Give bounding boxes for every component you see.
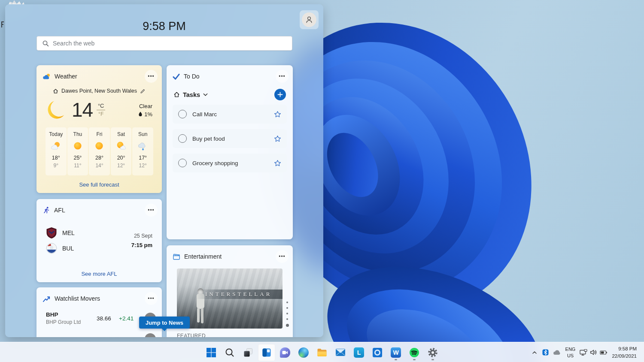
running-indicator: [431, 359, 434, 360]
task-row[interactable]: Buy pet food: [173, 129, 287, 148]
cloud-icon: [553, 350, 561, 355]
see-more-afl-link[interactable]: See more AFL: [36, 271, 162, 277]
unit-fahrenheit[interactable]: °F: [98, 111, 103, 117]
web-search-bar[interactable]: [36, 36, 292, 51]
chat-icon: [280, 347, 290, 358]
weather-more-button[interactable]: •••: [145, 70, 158, 83]
file-explorer-icon: [317, 348, 327, 357]
stock-row-wbc[interactable]: WBC: [36, 330, 162, 337]
sports-runner-icon: [43, 206, 50, 214]
entertainment-more-button[interactable]: •••: [276, 250, 289, 263]
running-indicator: [413, 359, 416, 360]
todo-title: To Do: [184, 73, 200, 80]
battery-icon: [600, 349, 608, 356]
panel-scroll-indicator[interactable]: [286, 302, 289, 331]
team-home-row: MEL: [46, 227, 75, 239]
forecast-day-fri[interactable]: Fri 28° 14°: [89, 127, 110, 175]
bluetooth-icon: [542, 349, 549, 356]
chat-button[interactable]: [276, 344, 294, 361]
see-full-forecast-link[interactable]: See full forecast: [36, 181, 162, 188]
todo-widget: To Do ••• Tasks Call Marc: [167, 65, 293, 239]
star-favorite-icon[interactable]: [274, 135, 281, 142]
clock-tray-button[interactable]: 9:58 PM 22/09/2021: [610, 345, 641, 360]
task-complete-checkbox[interactable]: [178, 110, 187, 118]
cortana-button[interactable]: [369, 344, 386, 361]
language-code: ENG: [565, 346, 576, 352]
add-task-button[interactable]: [274, 89, 286, 100]
running-indicator: [395, 359, 397, 360]
start-button[interactable]: [203, 344, 220, 361]
edge-browser-button[interactable]: [295, 344, 312, 361]
weather-icon: [43, 73, 51, 80]
cortana-icon: [372, 347, 383, 358]
widgets-panel: 9:58 PM Weather •••: [5, 4, 323, 337]
todo-more-button[interactable]: •••: [276, 70, 289, 83]
weather-location-row[interactable]: Dawes Point, New South Wales: [36, 88, 162, 94]
windows-start-icon: [206, 347, 216, 358]
task-row[interactable]: Grocery shopping: [173, 154, 287, 172]
clear-night-moon-icon: [47, 100, 67, 120]
bul-team-logo: [46, 243, 57, 254]
onedrive-tray-button[interactable]: [551, 345, 563, 360]
task-list-selector[interactable]: Tasks: [173, 91, 208, 98]
sunny-icon: [73, 141, 83, 151]
panel-clock: 9:58 PM: [5, 20, 323, 33]
chevron-down-icon: [203, 93, 208, 97]
system-tray: ENG US 9:58 PM: [529, 342, 641, 362]
current-temperature: 14: [72, 98, 93, 121]
tray-overflow-button[interactable]: [529, 345, 540, 360]
search-input[interactable]: [53, 40, 287, 47]
precipitation-droplet-icon: [138, 112, 143, 117]
clapperboard-icon: [173, 253, 180, 260]
file-explorer-button[interactable]: [313, 344, 331, 361]
network-volume-battery-group[interactable]: [577, 345, 610, 360]
afl-more-button[interactable]: •••: [145, 204, 158, 217]
video-camera-glyph: [282, 350, 288, 355]
afl-match[interactable]: MEL BUL 25 Sept 7:15 pm: [36, 220, 162, 254]
poster-title-text: INTERSTELLAR: [177, 291, 272, 298]
spotify-icon: [409, 347, 419, 358]
task-row[interactable]: Call Marc: [173, 105, 287, 124]
task-complete-checkbox[interactable]: [178, 159, 187, 167]
widgets-button[interactable]: [258, 344, 275, 361]
l-app-button[interactable]: L: [350, 344, 368, 361]
gear-icon: [428, 347, 438, 358]
spotify-button[interactable]: [406, 344, 423, 361]
weather-condition: Clear: [139, 103, 152, 109]
forecast-day-thu[interactable]: Thu 25° 11°: [67, 127, 88, 175]
word-button[interactable]: W: [387, 344, 404, 361]
todo-check-icon: [173, 73, 180, 80]
search-icon: [225, 348, 234, 357]
match-time: 7:15 pm: [131, 242, 152, 248]
settings-button[interactable]: [424, 344, 441, 361]
star-favorite-icon[interactable]: [274, 160, 281, 167]
unit-toggle[interactable]: °C °F: [95, 103, 106, 117]
precipitation-value: 1%: [144, 111, 152, 118]
edit-pencil-icon[interactable]: [140, 88, 146, 94]
taskbar: L W: [0, 342, 644, 362]
network-icon: [580, 349, 587, 356]
watchlist-widget: Watchlist Movers ••• BHP BHP Group Ltd 3…: [36, 287, 162, 337]
task-complete-checkbox[interactable]: [178, 134, 187, 143]
afl-title: AFL: [54, 207, 65, 214]
bluetooth-tray-button[interactable]: [540, 345, 551, 360]
weather-location: Dawes Point, New South Wales: [61, 88, 137, 94]
forecast-day-sun[interactable]: Sun 17° 12°: [132, 127, 153, 175]
entertainment-title: Entertainment: [184, 253, 222, 260]
team-away-abbr: BUL: [62, 245, 74, 252]
task-view-button[interactable]: [240, 344, 257, 361]
taskbar-search-button[interactable]: [221, 344, 238, 361]
movie-poster-interstellar[interactable]: INTERSTELLAR: [177, 268, 283, 329]
language-switcher[interactable]: ENG US: [563, 345, 578, 360]
mail-button[interactable]: [332, 344, 349, 361]
forecast-day-sat[interactable]: Sat 20° 12°: [111, 127, 132, 175]
star-favorite-icon[interactable]: [274, 111, 281, 118]
jump-to-news-button[interactable]: Jump to News: [139, 317, 190, 329]
tray-time: 9:58 PM: [612, 345, 637, 353]
watchlist-more-button[interactable]: •••: [145, 292, 158, 305]
forecast-day-today[interactable]: Today 18° 9°: [46, 127, 67, 175]
profile-button[interactable]: [300, 10, 319, 29]
region-code: US: [565, 353, 576, 359]
unit-celsius[interactable]: °C: [98, 103, 104, 109]
featured-badge: FEATURED: [167, 329, 293, 337]
